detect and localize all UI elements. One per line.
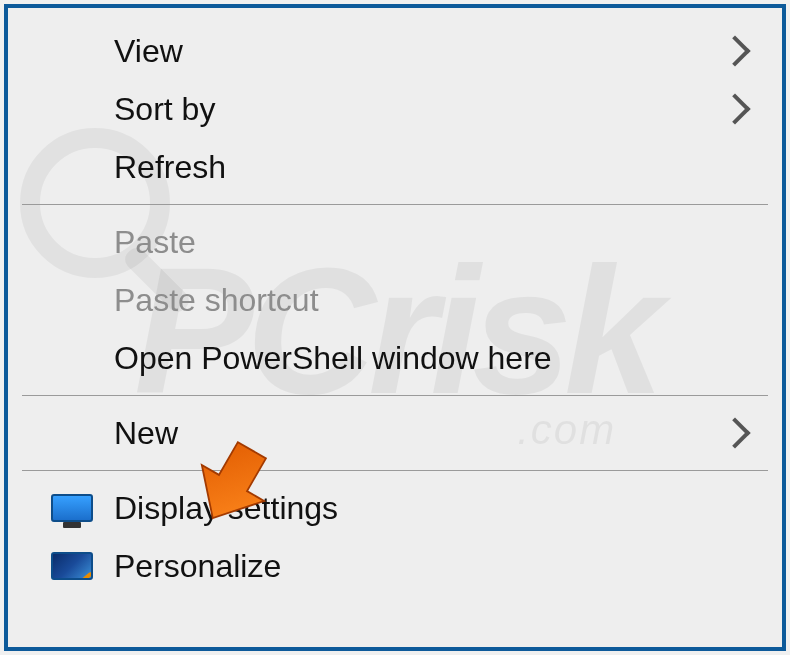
menu-item-label: Personalize [114,548,752,585]
personalize-icon [48,546,96,586]
menu-item-label: Sort by [114,91,724,128]
menu-separator [22,204,768,205]
monitor-icon [48,488,96,528]
chevron-right-icon [719,417,750,448]
menu-item-label: Paste shortcut [114,282,752,319]
menu-item-display-settings[interactable]: Display settings [8,479,782,537]
menu-item-label: Paste [114,224,752,261]
menu-separator [22,470,768,471]
menu-item-label: Display settings [114,490,752,527]
chevron-right-icon [719,93,750,124]
menu-separator [22,395,768,396]
menu-item-label: Refresh [114,149,752,186]
menu-item-open-powershell[interactable]: Open PowerShell window here [8,329,782,387]
menu-item-label: Open PowerShell window here [114,340,752,377]
menu-item-refresh[interactable]: Refresh [8,138,782,196]
menu-item-paste: Paste [8,213,782,271]
menu-item-label: View [114,33,724,70]
desktop-context-menu: PCrisk.com View Sort by Refresh Paste Pa… [4,4,786,651]
menu-item-personalize[interactable]: Personalize [8,537,782,595]
chevron-right-icon [719,35,750,66]
menu-item-new[interactable]: New [8,404,782,462]
menu-item-paste-shortcut: Paste shortcut [8,271,782,329]
menu-item-sort-by[interactable]: Sort by [8,80,782,138]
menu-list: View Sort by Refresh Paste Paste shortcu… [8,8,782,595]
menu-item-label: New [114,415,724,452]
menu-item-view[interactable]: View [8,22,782,80]
